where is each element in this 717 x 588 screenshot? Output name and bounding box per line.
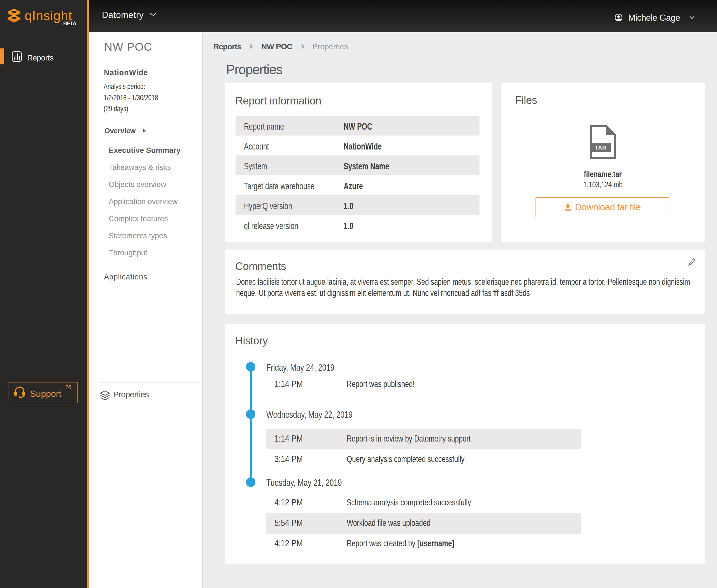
svg-text:TAR: TAR (595, 145, 607, 151)
